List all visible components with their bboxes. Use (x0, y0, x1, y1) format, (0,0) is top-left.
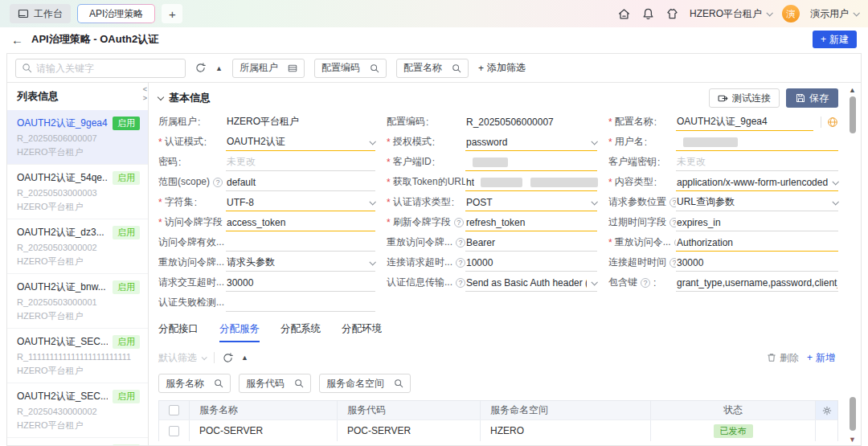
field-value[interactable]: refresh_token (465, 214, 597, 231)
field-value[interactable] (226, 294, 375, 312)
chevron-down-icon[interactable] (365, 200, 375, 205)
help-icon[interactable]: ? (669, 218, 676, 227)
field-value[interactable] (465, 153, 597, 171)
panel-left-icon[interactable]: < (143, 85, 147, 94)
scrollbar[interactable]: ▲ ▼ (848, 83, 858, 445)
config-list-item[interactable]: OAUTH2认证_SEC... 启用 R_20250430000002 HZER… (7, 383, 148, 438)
help-icon[interactable]: ? (641, 278, 650, 288)
gear-icon[interactable] (822, 406, 832, 415)
config-list-item[interactable]: OAUTH2认证_dz3... 启用 R_20250503000002 HZER… (7, 219, 148, 274)
field-value[interactable]: default (226, 174, 375, 191)
field-value[interactable]: 请求头参数 (226, 254, 375, 272)
theme-icon[interactable] (665, 7, 679, 21)
default-filter-dropdown[interactable]: 默认筛选 (158, 351, 206, 365)
avatar[interactable]: 演 (782, 5, 800, 23)
tab-assign-env[interactable]: 分配环境 (342, 322, 382, 342)
column-header-namespace[interactable]: 服务命名空间 (481, 401, 651, 419)
search-box[interactable] (15, 59, 186, 78)
tab-assign-service[interactable]: 分配服务 (219, 322, 260, 342)
help-icon[interactable]: ? (456, 238, 465, 248)
chevron-down-icon[interactable] (365, 260, 375, 265)
row-checkbox[interactable] (169, 426, 179, 436)
field-value[interactable]: grant_type,username,password,client_id,c… (676, 274, 838, 292)
field-value[interactable]: Bearer (465, 234, 597, 252)
chevron-down-icon[interactable] (587, 140, 596, 145)
help-icon[interactable]: ? (669, 198, 676, 207)
table-row[interactable]: POC-SERVER POC-SERVER HZERO 已发布 (159, 419, 837, 441)
tenant-switcher[interactable]: HZERO平台租户 (690, 7, 772, 21)
tab-assign-system[interactable]: 分配系统 (280, 322, 321, 342)
field-value[interactable]: 10000 (465, 254, 597, 272)
filter-chip-service-name[interactable]: 服务名称 (158, 374, 231, 393)
save-button[interactable]: 保存 (786, 88, 838, 108)
field-value[interactable]: 未更改 (676, 153, 838, 171)
field-value[interactable]: URL查询参数 (676, 194, 838, 211)
column-header-status[interactable]: 状态 (651, 401, 816, 419)
back-icon[interactable]: ← (11, 33, 23, 47)
new-tab-button[interactable]: + (162, 4, 182, 23)
field-value[interactable]: 30000 (226, 274, 375, 292)
field-value[interactable]: 未更改 (226, 153, 375, 171)
chevron-down-icon[interactable] (365, 140, 375, 145)
config-list-item[interactable]: OAUTH2认证_trb88 启用 R_20250422000006 集成中台租… (7, 438, 148, 445)
config-list-item[interactable]: OAUTH2认证_9gea4 启用 R_20250506000007 HZERO… (7, 110, 148, 165)
chevron-down-icon[interactable] (587, 280, 596, 285)
field-value[interactable]: POST (465, 194, 597, 211)
delete-button[interactable]: 删除 (767, 351, 799, 365)
field-value[interactable]: UTF-8 (226, 194, 375, 211)
test-connection-button[interactable]: 测试连接 (709, 88, 780, 108)
refresh-icon[interactable] (223, 353, 233, 363)
section-basic-info[interactable]: 基本信息 (158, 91, 211, 105)
collapse-icon[interactable]: ▲ (215, 64, 223, 72)
scrollbar-thumb[interactable] (850, 96, 856, 133)
help-icon[interactable]: ? (456, 258, 465, 268)
scrollbar-thumb[interactable] (850, 397, 856, 431)
filter-chip-config-code[interactable]: 配置编码 (314, 59, 387, 78)
help-icon[interactable]: ? (213, 178, 223, 187)
config-list-item[interactable]: OAUTH2认证_bnw... 启用 R_20250503000001 HZER… (7, 274, 148, 329)
field-value[interactable] (676, 133, 838, 151)
filter-chip-config-name[interactable]: 配置名称 (396, 59, 469, 78)
column-header-service-name[interactable]: 服务名称 (190, 401, 338, 419)
field-value[interactable]: OAUTH2认证 (226, 133, 375, 151)
field-value[interactable]: Send as Basic Auth header (default) (465, 274, 597, 292)
field-value[interactable]: access_token (226, 214, 375, 231)
field-value[interactable]: ht (465, 174, 597, 191)
globe-icon[interactable] (827, 117, 838, 128)
filter-chip-service-namespace[interactable]: 服务命名空间 (319, 374, 411, 393)
config-list-item[interactable]: OAUTH2认证_54qe... 启用 R_20250503000003 HZE… (7, 165, 148, 219)
chevron-down-icon[interactable] (828, 180, 837, 185)
config-list-item[interactable]: OAUTH2认证_SEC... 启用 R_1111111111111111111… (7, 329, 148, 383)
field-value[interactable]: application/x-www-form-urlencoded (676, 174, 838, 191)
tab-assign-api[interactable]: 分配接口 (158, 322, 199, 342)
add-filter-button[interactable]: + 添加筛选 (478, 61, 526, 75)
field-value[interactable]: expires_in (676, 214, 838, 231)
help-icon[interactable]: ? (454, 218, 464, 227)
panel-right-icon[interactable]: > (143, 94, 147, 103)
field-value[interactable]: OAUTH2认证_9gea4 (676, 113, 813, 131)
panel-collapse-control[interactable]: < > (143, 85, 147, 103)
chevron-down-icon[interactable] (828, 200, 837, 205)
field-value[interactable]: Authorization (676, 234, 838, 252)
help-icon[interactable]: ? (456, 278, 465, 288)
column-header-service-code[interactable]: 服务代码 (338, 401, 481, 419)
chevron-down-icon[interactable] (587, 200, 596, 205)
bell-icon[interactable] (641, 7, 655, 21)
field-value[interactable]: password (465, 133, 597, 151)
scroll-up-icon[interactable]: ▲ (849, 86, 856, 94)
workspace-tab[interactable]: 工作台 (10, 4, 71, 23)
home-icon[interactable] (617, 7, 631, 21)
collapse-icon[interactable]: ▲ (241, 354, 248, 362)
keyword-search-input[interactable] (36, 63, 179, 74)
help-icon[interactable]: ? (669, 258, 676, 268)
filter-chip-tenant[interactable]: 所属租户 (232, 59, 305, 78)
refresh-icon[interactable] (195, 63, 206, 73)
select-all-checkbox[interactable] (169, 405, 179, 415)
field-value[interactable]: 30000 (676, 254, 838, 272)
add-row-button[interactable]: + 新增 (807, 351, 835, 365)
field-value[interactable] (226, 234, 375, 252)
user-menu[interactable]: 演示用户 (810, 7, 858, 21)
filter-chip-service-code[interactable]: 服务代码 (239, 374, 311, 393)
tab-api-governance[interactable]: API治理策略 (77, 4, 155, 23)
new-button[interactable]: + 新建 (813, 31, 857, 48)
